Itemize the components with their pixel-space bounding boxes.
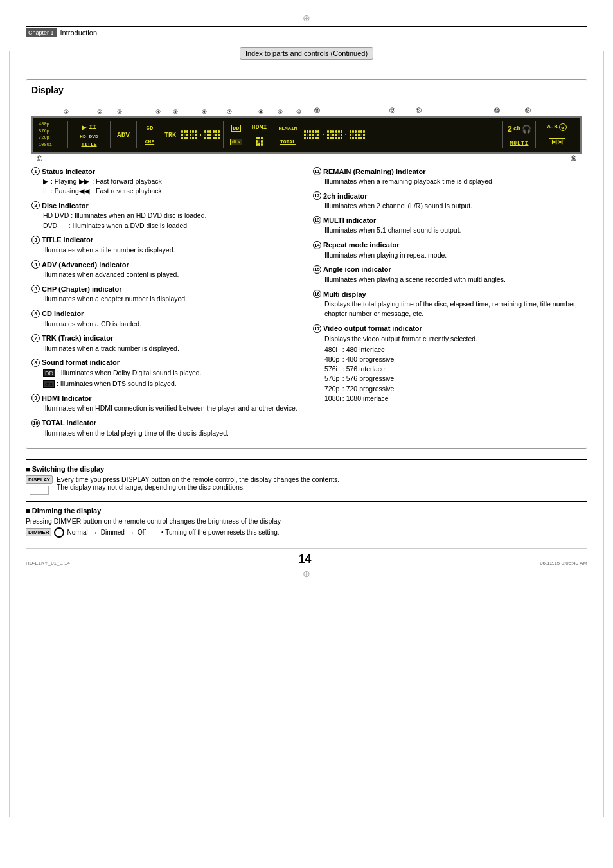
num-13: 13 bbox=[313, 216, 321, 224]
num-3: 3 bbox=[31, 236, 40, 244]
lcd-remain-label: REMAIN bbox=[279, 125, 298, 131]
indicator-7: 7 TRK (Track) indicator Illuminates when… bbox=[31, 334, 300, 353]
num-label-6: ⑥ bbox=[202, 109, 207, 115]
arrow-2: → bbox=[127, 528, 135, 537]
main-colon-1: · bbox=[321, 130, 325, 139]
main-seg-1 bbox=[304, 130, 311, 139]
title-16: Multi display bbox=[323, 290, 366, 298]
display-kbd-label: DISPLAY bbox=[26, 475, 53, 484]
switching-text1: Every time you press DISPLAY button on t… bbox=[57, 475, 339, 483]
right-column: 11 REMAIN (Remaining) indicator Illumina… bbox=[313, 167, 582, 443]
num-label-13: ⑬ bbox=[416, 107, 422, 115]
title-13: MULTI indicator bbox=[323, 217, 376, 224]
lcd-divider-6 bbox=[535, 121, 536, 148]
lcd-total-label: TOTAL bbox=[280, 139, 296, 145]
title-8: Sound format indicator bbox=[42, 359, 120, 366]
num-12: 12 bbox=[313, 191, 321, 200]
page-footer: HD-E1KY_01_E 14 14 06.12.15 0:05:49 AM bbox=[26, 548, 587, 566]
lcd-body: 480p 576p 720p 1080i ▶ II HD DVD TITLE bbox=[31, 116, 582, 154]
main-colon-2: · bbox=[344, 130, 348, 139]
num-label-9: ⑨ bbox=[278, 109, 283, 115]
lcd-repeat-icon: ↺ bbox=[559, 123, 567, 131]
content-17: Displays the video output format current… bbox=[313, 334, 582, 404]
num-8: 8 bbox=[31, 359, 40, 367]
content-2: HD DVD : Illuminates when an HD DVD disc… bbox=[31, 211, 300, 230]
left-column: 1 Status indicator ▶: Playing ▶▶: Fast f… bbox=[31, 167, 300, 443]
content-11: Illuminates when a remaining playback ti… bbox=[313, 177, 582, 186]
num-label-7: ⑦ bbox=[227, 109, 232, 115]
title-4: ADV (Advanced) indicator bbox=[42, 261, 129, 269]
lcd-adv-label: ADV bbox=[117, 131, 130, 139]
content-6: Illuminates when a CD is loaded. bbox=[31, 319, 300, 329]
switching-section: Switching the display DISPLAY Every time… bbox=[26, 459, 587, 495]
indicator-5: 5 CHP (Chapter) indicator Illuminates wh… bbox=[31, 285, 300, 304]
indicator-9: 9 HDMI Indicator Illuminates when HDMI c… bbox=[31, 394, 300, 413]
title-5: CHP (Chapter) indicator bbox=[42, 285, 121, 293]
dimming-title: Dimming the display bbox=[26, 507, 587, 515]
content-8: DD : Illuminates when Dolby Digital soun… bbox=[31, 368, 300, 389]
display-section-title: Display bbox=[31, 85, 582, 98]
indicator-3: 3 TITLE indicator Illuminates when a tit… bbox=[31, 236, 300, 255]
content-3: Illuminates when a title number is displ… bbox=[31, 245, 300, 255]
lcd-multi-label: MULTI bbox=[510, 140, 528, 146]
num-label-11: ⑪ bbox=[314, 107, 320, 115]
title-2: Disc indicator bbox=[42, 202, 89, 209]
lcd-pause-icon: II bbox=[89, 123, 96, 131]
lcd-multi-angle-icon: ⋈⋈ bbox=[549, 138, 565, 146]
content-1: ▶: Playing ▶▶: Fast forward playback II:… bbox=[31, 177, 300, 196]
switching-text2: The display may not change, depending on… bbox=[57, 483, 339, 491]
chapter-label: Chapter 1 bbox=[26, 28, 57, 37]
lcd-remain-total-section: REMAIN TOTAL bbox=[273, 121, 302, 148]
title-17: Video output format indicator bbox=[323, 324, 422, 332]
seg-digit-1 bbox=[181, 130, 188, 139]
display-box: Display ① ② ③ ④ ⑤ ⑥ ⑦ ⑧ ⑨ ⑩ ⑪ ⑫ ⑬ ⑭ ⑮ bbox=[26, 79, 587, 449]
lcd-diagram: ① ② ③ ④ ⑤ ⑥ ⑦ ⑧ ⑨ ⑩ ⑪ ⑫ ⑬ ⑭ ⑮ 480p bbox=[31, 103, 582, 164]
num-4: 4 bbox=[31, 260, 40, 269]
indicator-2: 2 Disc indicator HD DVD : Illuminates wh… bbox=[31, 201, 300, 230]
lcd-divider-3 bbox=[136, 121, 137, 148]
title-7: TRK (Track) indicator bbox=[42, 334, 113, 342]
seg-digit-2 bbox=[190, 130, 197, 139]
num-6: 6 bbox=[31, 310, 40, 318]
lcd-adv-section: ADV bbox=[114, 121, 133, 148]
num-label-15: ⑮ bbox=[525, 107, 531, 115]
num-9: 9 bbox=[31, 394, 40, 402]
lcd-2ch-num: 2 bbox=[507, 125, 512, 134]
title-9: HDMI Indicator bbox=[42, 394, 92, 402]
hdmi-seg-1 bbox=[256, 137, 263, 146]
title-1: Status indicator bbox=[42, 168, 95, 175]
num-label-1: ① bbox=[64, 109, 69, 115]
switching-body: Every time you press DISPLAY button on t… bbox=[57, 475, 339, 491]
indicator-11: 11 REMAIN (Remaining) indicator Illumina… bbox=[313, 167, 582, 186]
lcd-seg-group-1: · bbox=[181, 121, 220, 148]
indicator-1: 1 Status indicator ▶: Playing ▶▶: Fast f… bbox=[31, 167, 300, 196]
dimming-section: Dimming the display Pressing DIMMER butt… bbox=[26, 501, 587, 538]
indicator-17: 17 Video output format indicator Display… bbox=[313, 324, 582, 404]
vf-720p: 720p bbox=[39, 135, 62, 141]
lcd-dd-label: DD bbox=[231, 125, 242, 132]
num-label-4: ④ bbox=[155, 109, 161, 115]
vf-576p: 576p bbox=[39, 128, 62, 135]
main-seg-2 bbox=[312, 130, 319, 139]
indicator-16: 16 Multi display Displays the total play… bbox=[313, 290, 582, 319]
arrow-1: → bbox=[91, 528, 98, 537]
num-label-below-16: ⑯ bbox=[571, 155, 576, 163]
colon-1: · bbox=[198, 130, 203, 139]
lcd-ab-label: A-B bbox=[547, 124, 557, 130]
title-6: CD indicator bbox=[42, 310, 84, 317]
num-11: 11 bbox=[313, 167, 321, 175]
num-label-14: ⑭ bbox=[494, 107, 500, 115]
content-14: Illuminates when playing in repeat mode. bbox=[313, 251, 582, 260]
lcd-play-section: ▶ II HD DVD TITLE bbox=[71, 121, 107, 148]
lcd-divider-2 bbox=[110, 121, 111, 148]
top-crosshair: ⊕ bbox=[26, 13, 587, 23]
lcd-video-format: 480p 576p 720p 1080i bbox=[39, 121, 62, 148]
dimmer-diagram: DIMMER Normal → Dimmed → Off • Turning o… bbox=[26, 527, 587, 538]
chapter-number: 1 bbox=[51, 30, 54, 36]
main-seg-3 bbox=[327, 130, 334, 139]
content-9: Illuminates when HDMI connection is veri… bbox=[31, 403, 300, 413]
content-16: Displays the total playing time of the d… bbox=[313, 299, 582, 319]
dimmer-circle-icon bbox=[54, 527, 64, 538]
lcd-main-segs: · · bbox=[304, 121, 499, 148]
lcd-hdmi-section: HDMI bbox=[247, 121, 271, 148]
